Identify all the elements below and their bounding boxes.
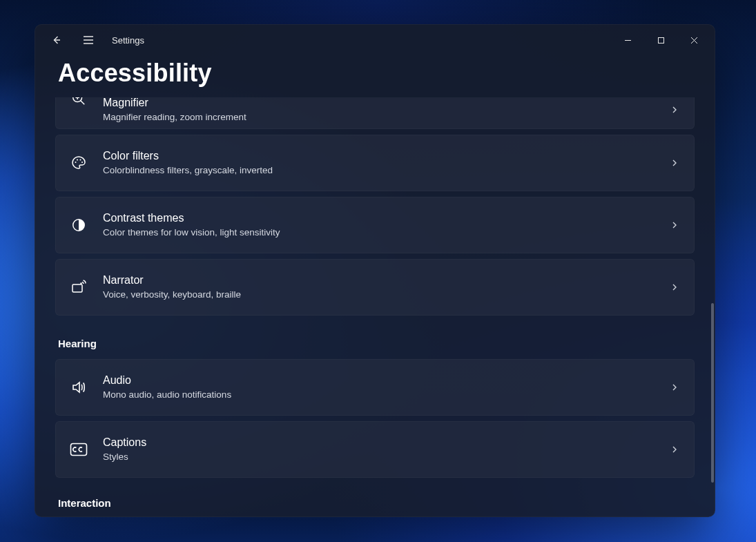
svg-rect-7: [72, 284, 82, 292]
scroll-area[interactable]: Magnifier Magnifier reading, zoom increm…: [35, 97, 715, 517]
item-audio[interactable]: Audio Mono audio, audio notifications: [55, 359, 695, 416]
narrator-icon: [70, 279, 87, 296]
captions-icon: [70, 443, 88, 456]
item-title: Audio: [103, 374, 666, 388]
maximize-button[interactable]: [645, 29, 677, 51]
section-header-interaction: Interaction: [58, 497, 692, 509]
settings-window: Settings Accessibility: [35, 24, 715, 517]
back-button[interactable]: [44, 28, 69, 52]
item-color-filters[interactable]: Color filters Colorblindness filters, gr…: [55, 135, 695, 191]
page-title: Accessibility: [58, 59, 715, 88]
contrast-icon: [71, 217, 86, 233]
item-title: Narrator: [103, 273, 666, 288]
item-title: Magnifier: [103, 97, 666, 110]
chevron-right-icon: [666, 279, 683, 296]
svg-point-2: [75, 162, 77, 163]
item-contrast-themes[interactable]: Contrast themes Color themes for low vis…: [55, 197, 695, 253]
maximize-icon: [657, 37, 665, 44]
item-subtitle: Styles: [103, 451, 666, 463]
item-title: Contrast themes: [103, 211, 666, 226]
item-subtitle: Color themes for low vision, light sensi…: [103, 226, 666, 239]
window-title: Settings: [112, 35, 144, 46]
item-subtitle: Voice, verbosity, keyboard, braille: [103, 289, 666, 301]
item-subtitle: Colorblindness filters, grayscale, inver…: [103, 164, 666, 177]
close-button[interactable]: [678, 29, 710, 51]
section-header-hearing: Hearing: [58, 338, 692, 349]
titlebar: Settings: [35, 24, 715, 56]
scrollbar[interactable]: [711, 103, 714, 512]
chevron-right-icon: [666, 441, 683, 458]
chevron-right-icon: [666, 155, 683, 171]
speaker-icon: [70, 379, 87, 396]
item-title: Color filters: [103, 149, 666, 164]
item-captions[interactable]: Captions Styles: [55, 421, 695, 478]
back-arrow-icon: [51, 35, 62, 46]
palette-icon: [70, 155, 87, 171]
minimize-icon: [624, 37, 632, 44]
close-icon: [690, 37, 698, 44]
svg-point-3: [77, 159, 78, 161]
minimize-button[interactable]: [612, 29, 643, 51]
nav-menu-button[interactable]: [76, 28, 101, 52]
svg-point-4: [80, 159, 81, 161]
chevron-right-icon: [666, 217, 683, 233]
svg-point-5: [81, 162, 83, 163]
item-magnifier[interactable]: Magnifier Magnifier reading, zoom increm…: [55, 97, 695, 129]
svg-rect-0: [658, 37, 663, 43]
chevron-right-icon: [666, 379, 683, 396]
content: Accessibility Magnifier Magnifier r: [35, 56, 715, 517]
magnifier-icon: [71, 97, 86, 106]
item-narrator[interactable]: Narrator Voice, verbosity, keyboard, bra…: [55, 259, 695, 316]
svg-point-8: [80, 282, 81, 284]
item-subtitle: Magnifier reading, zoom increment: [103, 111, 666, 124]
hamburger-icon: [83, 35, 94, 45]
chevron-right-icon: [666, 101, 683, 118]
item-title: Captions: [103, 436, 666, 450]
item-subtitle: Mono audio, audio notifications: [103, 389, 666, 401]
scrollbar-thumb[interactable]: [711, 303, 714, 483]
